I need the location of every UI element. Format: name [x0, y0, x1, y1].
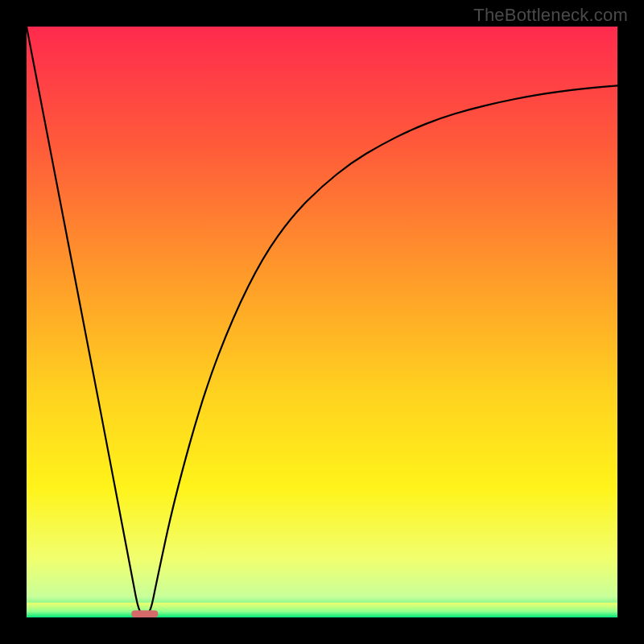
- chart-svg: [27, 27, 617, 617]
- baseline-band: [27, 603, 617, 617]
- gradient-background: [27, 27, 617, 617]
- plot-area: [27, 27, 617, 617]
- min-marker: [131, 610, 158, 617]
- watermark-label: TheBottleneck.com: [473, 5, 628, 26]
- chart-frame: TheBottleneck.com: [0, 0, 644, 644]
